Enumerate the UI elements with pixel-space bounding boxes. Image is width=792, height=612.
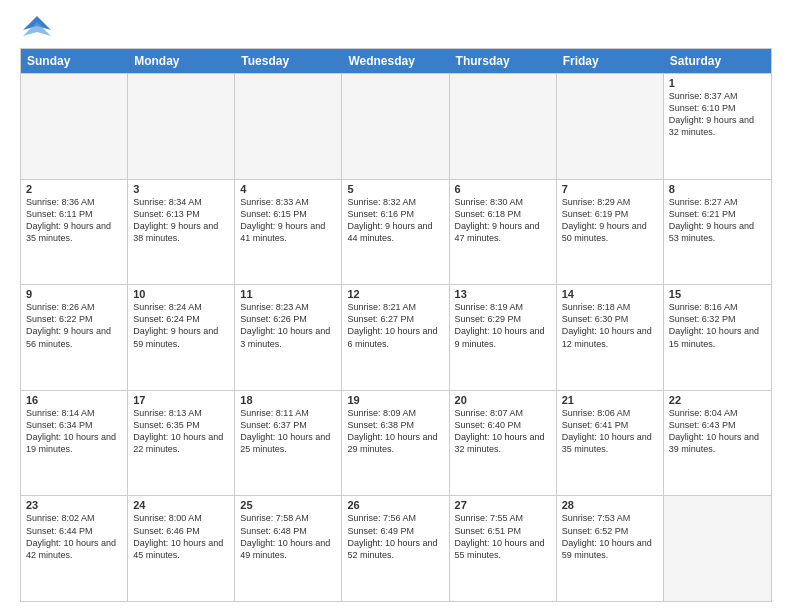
- calendar-cell: 6Sunrise: 8:30 AM Sunset: 6:18 PM Daylig…: [450, 180, 557, 285]
- day-info: Sunrise: 8:19 AM Sunset: 6:29 PM Dayligh…: [455, 301, 551, 350]
- day-number: 21: [562, 394, 658, 406]
- calendar-cell: [664, 496, 771, 601]
- day-number: 4: [240, 183, 336, 195]
- day-info: Sunrise: 8:32 AM Sunset: 6:16 PM Dayligh…: [347, 196, 443, 245]
- calendar-cell: 16Sunrise: 8:14 AM Sunset: 6:34 PM Dayli…: [21, 391, 128, 496]
- calendar-row-2: 9Sunrise: 8:26 AM Sunset: 6:22 PM Daylig…: [21, 284, 771, 390]
- day-number: 13: [455, 288, 551, 300]
- calendar-cell: 23Sunrise: 8:02 AM Sunset: 6:44 PM Dayli…: [21, 496, 128, 601]
- day-number: 19: [347, 394, 443, 406]
- calendar-body: 1Sunrise: 8:37 AM Sunset: 6:10 PM Daylig…: [21, 73, 771, 601]
- day-number: 11: [240, 288, 336, 300]
- calendar-cell: 2Sunrise: 8:36 AM Sunset: 6:11 PM Daylig…: [21, 180, 128, 285]
- calendar-cell: 26Sunrise: 7:56 AM Sunset: 6:49 PM Dayli…: [342, 496, 449, 601]
- calendar-cell: 24Sunrise: 8:00 AM Sunset: 6:46 PM Dayli…: [128, 496, 235, 601]
- day-info: Sunrise: 8:23 AM Sunset: 6:26 PM Dayligh…: [240, 301, 336, 350]
- calendar-cell: 22Sunrise: 8:04 AM Sunset: 6:43 PM Dayli…: [664, 391, 771, 496]
- day-number: 7: [562, 183, 658, 195]
- day-number: 28: [562, 499, 658, 511]
- header: [20, 16, 772, 40]
- calendar-cell: [450, 74, 557, 179]
- calendar-cell: 17Sunrise: 8:13 AM Sunset: 6:35 PM Dayli…: [128, 391, 235, 496]
- calendar-cell: 28Sunrise: 7:53 AM Sunset: 6:52 PM Dayli…: [557, 496, 664, 601]
- day-number: 3: [133, 183, 229, 195]
- day-number: 6: [455, 183, 551, 195]
- calendar-cell: 21Sunrise: 8:06 AM Sunset: 6:41 PM Dayli…: [557, 391, 664, 496]
- day-info: Sunrise: 8:06 AM Sunset: 6:41 PM Dayligh…: [562, 407, 658, 456]
- calendar-cell: 19Sunrise: 8:09 AM Sunset: 6:38 PM Dayli…: [342, 391, 449, 496]
- day-number: 24: [133, 499, 229, 511]
- day-info: Sunrise: 8:13 AM Sunset: 6:35 PM Dayligh…: [133, 407, 229, 456]
- calendar-header: SundayMondayTuesdayWednesdayThursdayFrid…: [21, 49, 771, 73]
- header-day-wednesday: Wednesday: [342, 49, 449, 73]
- calendar-cell: 11Sunrise: 8:23 AM Sunset: 6:26 PM Dayli…: [235, 285, 342, 390]
- page: SundayMondayTuesdayWednesdayThursdayFrid…: [0, 0, 792, 612]
- calendar-cell: 15Sunrise: 8:16 AM Sunset: 6:32 PM Dayli…: [664, 285, 771, 390]
- calendar-cell: 1Sunrise: 8:37 AM Sunset: 6:10 PM Daylig…: [664, 74, 771, 179]
- day-info: Sunrise: 8:02 AM Sunset: 6:44 PM Dayligh…: [26, 512, 122, 561]
- header-day-thursday: Thursday: [450, 49, 557, 73]
- day-info: Sunrise: 8:33 AM Sunset: 6:15 PM Dayligh…: [240, 196, 336, 245]
- calendar-row-0: 1Sunrise: 8:37 AM Sunset: 6:10 PM Daylig…: [21, 73, 771, 179]
- day-info: Sunrise: 8:00 AM Sunset: 6:46 PM Dayligh…: [133, 512, 229, 561]
- logo: [20, 16, 51, 40]
- day-number: 10: [133, 288, 229, 300]
- day-info: Sunrise: 8:37 AM Sunset: 6:10 PM Dayligh…: [669, 90, 766, 139]
- day-info: Sunrise: 8:30 AM Sunset: 6:18 PM Dayligh…: [455, 196, 551, 245]
- header-day-friday: Friday: [557, 49, 664, 73]
- day-number: 15: [669, 288, 766, 300]
- day-number: 27: [455, 499, 551, 511]
- day-info: Sunrise: 7:58 AM Sunset: 6:48 PM Dayligh…: [240, 512, 336, 561]
- day-info: Sunrise: 7:56 AM Sunset: 6:49 PM Dayligh…: [347, 512, 443, 561]
- day-number: 5: [347, 183, 443, 195]
- day-number: 8: [669, 183, 766, 195]
- header-day-tuesday: Tuesday: [235, 49, 342, 73]
- day-info: Sunrise: 7:55 AM Sunset: 6:51 PM Dayligh…: [455, 512, 551, 561]
- calendar-row-3: 16Sunrise: 8:14 AM Sunset: 6:34 PM Dayli…: [21, 390, 771, 496]
- calendar-cell: 25Sunrise: 7:58 AM Sunset: 6:48 PM Dayli…: [235, 496, 342, 601]
- day-info: Sunrise: 8:21 AM Sunset: 6:27 PM Dayligh…: [347, 301, 443, 350]
- day-info: Sunrise: 8:11 AM Sunset: 6:37 PM Dayligh…: [240, 407, 336, 456]
- day-number: 22: [669, 394, 766, 406]
- calendar-cell: [342, 74, 449, 179]
- day-info: Sunrise: 8:16 AM Sunset: 6:32 PM Dayligh…: [669, 301, 766, 350]
- day-number: 23: [26, 499, 122, 511]
- calendar-cell: [128, 74, 235, 179]
- calendar-cell: [557, 74, 664, 179]
- day-number: 14: [562, 288, 658, 300]
- day-number: 20: [455, 394, 551, 406]
- logo-icon: [23, 12, 51, 40]
- header-day-sunday: Sunday: [21, 49, 128, 73]
- day-info: Sunrise: 8:09 AM Sunset: 6:38 PM Dayligh…: [347, 407, 443, 456]
- day-number: 1: [669, 77, 766, 89]
- day-number: 16: [26, 394, 122, 406]
- calendar-cell: 3Sunrise: 8:34 AM Sunset: 6:13 PM Daylig…: [128, 180, 235, 285]
- day-number: 26: [347, 499, 443, 511]
- day-info: Sunrise: 8:04 AM Sunset: 6:43 PM Dayligh…: [669, 407, 766, 456]
- header-day-monday: Monday: [128, 49, 235, 73]
- day-info: Sunrise: 8:26 AM Sunset: 6:22 PM Dayligh…: [26, 301, 122, 350]
- day-info: Sunrise: 8:27 AM Sunset: 6:21 PM Dayligh…: [669, 196, 766, 245]
- day-info: Sunrise: 8:18 AM Sunset: 6:30 PM Dayligh…: [562, 301, 658, 350]
- svg-marker-1: [23, 22, 51, 36]
- header-day-saturday: Saturday: [664, 49, 771, 73]
- day-number: 2: [26, 183, 122, 195]
- day-number: 12: [347, 288, 443, 300]
- calendar-cell: 8Sunrise: 8:27 AM Sunset: 6:21 PM Daylig…: [664, 180, 771, 285]
- calendar: SundayMondayTuesdayWednesdayThursdayFrid…: [20, 48, 772, 602]
- day-info: Sunrise: 8:07 AM Sunset: 6:40 PM Dayligh…: [455, 407, 551, 456]
- day-number: 18: [240, 394, 336, 406]
- calendar-cell: 14Sunrise: 8:18 AM Sunset: 6:30 PM Dayli…: [557, 285, 664, 390]
- calendar-cell: 4Sunrise: 8:33 AM Sunset: 6:15 PM Daylig…: [235, 180, 342, 285]
- day-info: Sunrise: 7:53 AM Sunset: 6:52 PM Dayligh…: [562, 512, 658, 561]
- calendar-cell: 10Sunrise: 8:24 AM Sunset: 6:24 PM Dayli…: [128, 285, 235, 390]
- calendar-cell: 9Sunrise: 8:26 AM Sunset: 6:22 PM Daylig…: [21, 285, 128, 390]
- day-info: Sunrise: 8:34 AM Sunset: 6:13 PM Dayligh…: [133, 196, 229, 245]
- calendar-cell: [235, 74, 342, 179]
- calendar-cell: [21, 74, 128, 179]
- calendar-row-4: 23Sunrise: 8:02 AM Sunset: 6:44 PM Dayli…: [21, 495, 771, 601]
- calendar-row-1: 2Sunrise: 8:36 AM Sunset: 6:11 PM Daylig…: [21, 179, 771, 285]
- calendar-cell: 5Sunrise: 8:32 AM Sunset: 6:16 PM Daylig…: [342, 180, 449, 285]
- day-info: Sunrise: 8:29 AM Sunset: 6:19 PM Dayligh…: [562, 196, 658, 245]
- day-number: 17: [133, 394, 229, 406]
